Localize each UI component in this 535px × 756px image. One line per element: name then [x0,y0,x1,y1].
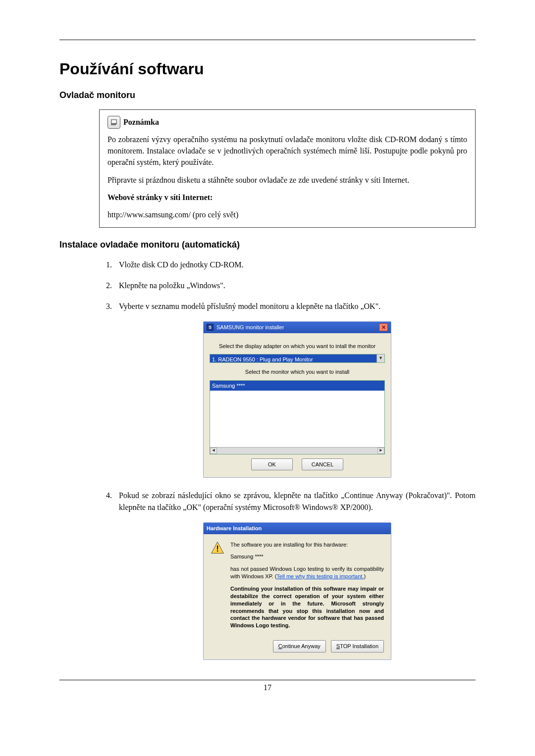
scroll-right-icon[interactable]: ► [377,448,384,454]
step-2: Klepněte na položku „Windows". [114,280,476,292]
continue-anyway-button[interactable]: Continue Anyway [273,640,326,653]
app-icon: S [207,324,214,331]
hw-line3: has not passed Windows Logo testing to v… [230,565,384,580]
monitor-listbox[interactable]: Samsung **** ◄ ► [210,380,385,454]
hw-line1: The software you are installing for this… [230,541,384,549]
installer-line2: Select the monitor which you want to ins… [210,368,385,376]
cancel-button[interactable]: CANCEL [302,458,343,471]
page-number: 17 [264,683,271,692]
display-adapter-select[interactable]: 1. RADEON 9550 : Plug and Play Monitor ▼ [210,354,385,363]
stop-installation-button[interactable]: STOP Installation [331,640,384,653]
hardware-installation-window: Hardware Installation ! The software you… [203,522,391,659]
step-4-text: Pokud se zobrazí následující okno se zpr… [119,491,476,511]
installer-window: S SAMSUNG monitor installer ✕ Select the… [203,321,391,478]
svg-text:!: ! [216,545,218,553]
hw-line3b: ) [364,573,366,579]
step-3-text: Vyberte v seznamu modelů příslušný model… [119,302,380,310]
step-3: Vyberte v seznamu modelů příslušný model… [114,301,476,478]
hardware-body: ! The software you are installing for th… [204,534,391,636]
note-web-label: Webové stránky v síti Internet: [107,192,467,203]
top-rule [59,40,476,40]
installer-body: Select the display adapter on which you … [204,333,391,478]
note-url: http://www.samsung.com/ (pro celý svět) [107,209,467,220]
list-item[interactable]: Samsung **** [210,381,384,391]
close-icon[interactable]: ✕ [379,323,388,331]
hardware-text: The software you are installing for this… [230,541,384,634]
ok-button[interactable]: OK [251,458,293,471]
step-4: Pokud se zobrazí následující okno se zpr… [114,490,476,659]
hw-line2: Samsung **** [230,553,384,560]
step-1: Vložte disk CD do jednotky CD-ROM. [114,259,476,271]
hardware-titlebar: Hardware Installation [204,523,391,534]
display-adapter-value: 1. RADEON 9550 : Plug and Play Monitor [210,354,376,362]
warning-icon: ! [211,541,224,555]
note-paragraph-1: Po zobrazení výzvy operačního systému na… [107,134,467,168]
note-paragraph-2: Připravte si prázdnou disketu a stáhněte… [107,174,467,186]
section-driver-heading: Ovladač monitoru [59,90,476,101]
note-title: Poznámka [123,116,159,128]
note-icon [107,116,120,129]
steps-list: Vložte disk CD do jednotky CD-ROM. Klepn… [114,259,476,659]
hw-warning-bold: Continuing your installation of this sof… [230,585,384,629]
hw-link[interactable]: Tell me why this testing is important. [276,573,364,579]
installer-title: SAMSUNG monitor installer [216,323,379,332]
page-footer: 17 [59,680,476,692]
hardware-buttons: Continue Anyway STOP Installation [204,636,391,659]
installer-line1: Select the display adapter on which you … [210,342,385,351]
scroll-left-icon[interactable]: ◄ [210,448,217,454]
chevron-down-icon[interactable]: ▼ [376,354,384,362]
section-auto-install-heading: Instalace ovladače monitoru (automatická… [59,240,476,250]
installer-titlebar: S SAMSUNG monitor installer ✕ [204,322,391,333]
horizontal-scrollbar[interactable]: ◄ ► [210,447,384,454]
note-header: Poznámka [107,116,467,129]
screenshot-2-wrap: Hardware Installation ! The software you… [119,522,476,659]
page-title: Používání softwaru [59,60,476,78]
installer-buttons: OK CANCEL [210,458,385,471]
hardware-title: Hardware Installation [207,524,388,533]
screenshot-1-wrap: S SAMSUNG monitor installer ✕ Select the… [119,321,476,478]
note-box: Poznámka Po zobrazení výzvy operačního s… [99,109,476,228]
